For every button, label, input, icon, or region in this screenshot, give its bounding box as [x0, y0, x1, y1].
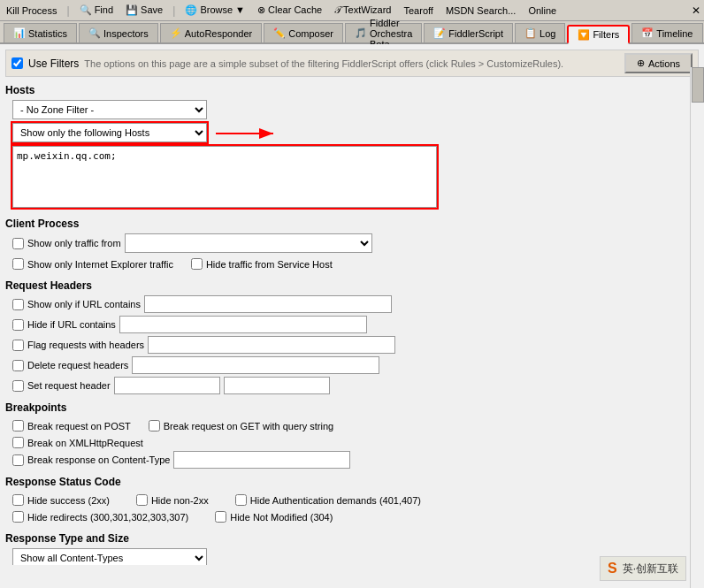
statistics-icon: 📊 — [13, 27, 26, 39]
menu-textwizard[interactable]: 𝒯 TextWizard — [332, 4, 394, 17]
brand-icon-s: S — [608, 561, 617, 565]
menu-msdn[interactable]: MSDN Search... — [443, 4, 518, 17]
hide-auth-checkbox[interactable] — [235, 494, 247, 506]
delete-headers-label: Delete request headers — [27, 360, 128, 370]
host-filter-dropdown[interactable]: Show only the following Hosts Hide the f… — [12, 123, 207, 142]
hide-non2xx-label: Hide non-2xx — [151, 495, 209, 506]
breakpoints-section: Break request on POST Break request on G… — [5, 417, 699, 469]
tab-filters[interactable]: 🔽 Filters — [567, 25, 630, 44]
hide-2xx-row: Hide success (2xx) — [12, 494, 110, 506]
hide-2xx-checkbox[interactable] — [12, 494, 24, 506]
set-header-checkbox[interactable] — [12, 380, 24, 392]
flag-headers-checkbox[interactable] — [12, 340, 24, 351]
tab-statistics[interactable]: 📊 Statistics — [4, 23, 77, 42]
scrollbar-track[interactable] — [690, 67, 704, 588]
response-type-section: Show all Content-Types Show only images … — [5, 548, 699, 565]
menu-online[interactable]: Online — [525, 4, 559, 17]
hide-non2xx-row: Hide non-2xx — [136, 494, 209, 506]
inspectors-icon: 🔍 — [88, 27, 101, 39]
menu-kill-process[interactable]: Kill Process — [4, 4, 59, 17]
hide-url-label: Hide if URL contains — [27, 319, 116, 330]
hide-url-checkbox[interactable] — [12, 319, 24, 331]
break-post-label: Break request on POST — [27, 421, 131, 431]
tab-inspectors[interactable]: 🔍 Inspectors — [79, 23, 158, 42]
break-get-checkbox[interactable] — [149, 420, 160, 431]
break-get-row: Break request on GET with query string — [149, 420, 333, 431]
tab-composer[interactable]: ✏️ Composer — [264, 23, 343, 42]
menu-tearoff[interactable]: Tearoff — [401, 4, 435, 17]
brand-watermark: S 英·创新互联 — [600, 556, 686, 565]
tab-bar: 📊 Statistics 🔍 Inspectors ⚡ AutoResponde… — [0, 21, 704, 44]
set-header-value-input[interactable] — [224, 377, 330, 394]
actions-button[interactable]: ⊕ Actions — [624, 53, 693, 73]
hide-3xx-label: Hide redirects (300,301,302,303,307) — [27, 512, 188, 523]
zone-filter-dropdown[interactable]: - No Zone Filter - Show only Intranet Ho… — [12, 100, 207, 119]
traffic-from-dropdown[interactable] — [125, 233, 372, 253]
tab-log[interactable]: 📋 Log — [515, 23, 565, 42]
url-contains-row: Show only if URL contains — [12, 295, 699, 313]
use-filters-description: The options on this page are a simple su… — [84, 58, 619, 69]
menu-save[interactable]: 💾 Save — [123, 4, 165, 17]
hide-url-input[interactable] — [119, 316, 367, 333]
scrollbar-thumb[interactable] — [692, 67, 704, 103]
content-type-dropdown[interactable]: Show all Content-Types Show only images … — [12, 548, 207, 565]
orchestra-icon: 🎵 — [355, 27, 367, 39]
hide-service-label: Hide traffic from Service Host — [206, 259, 333, 270]
actions-icon: ⊕ — [637, 57, 645, 69]
breakpoints-label: Breakpoints — [5, 401, 699, 414]
client-process-section: Show only traffic from Show only Interne… — [5, 233, 699, 272]
close-btn[interactable]: ✕ — [692, 4, 700, 17]
menu-browse[interactable]: 🌐 Browse ▼ — [182, 4, 248, 17]
use-filters-bar: Use Filters The options on this page are… — [5, 50, 699, 77]
break-content-type-input[interactable] — [173, 451, 350, 469]
hide-not-modified-label: Hide Not Modified (304) — [230, 512, 333, 523]
hide-service-checkbox[interactable] — [191, 258, 203, 270]
hide-2xx-label: Hide success (2xx) — [27, 495, 110, 506]
ie-traffic-checkbox[interactable] — [12, 258, 24, 270]
hosts-container: mp.weixin.qq.com; — [12, 146, 699, 210]
break-content-type-checkbox[interactable] — [12, 454, 24, 466]
hide-not-modified-row: Hide Not Modified (304) — [215, 511, 333, 523]
traffic-from-label: Show only traffic from — [27, 238, 121, 248]
break-post-checkbox[interactable] — [12, 420, 24, 431]
tab-orchestra[interactable]: 🎵 Fiddler Orchestra Beta — [345, 23, 422, 42]
flag-headers-input[interactable] — [148, 336, 395, 354]
content-type-row: Show all Content-Types Show only images … — [12, 548, 699, 565]
fiddlerscript-icon: 📝 — [433, 27, 446, 39]
traffic-from-checkbox[interactable] — [12, 238, 24, 249]
set-header-name-input[interactable] — [114, 377, 220, 394]
url-contains-label: Show only if URL contains — [27, 299, 141, 309]
filters-icon: 🔽 — [578, 29, 590, 41]
break-get-label: Break request on GET with query string — [164, 421, 333, 431]
hide-not-modified-checkbox[interactable] — [215, 511, 226, 523]
break-xml-label: Break on XMLHttpRequest — [27, 438, 143, 448]
break-xml-checkbox[interactable] — [12, 437, 24, 448]
menu-bar: Kill Process | 🔍 Find 💾 Save | 🌐 Browse … — [0, 0, 704, 21]
menu-clear-cache[interactable]: ⊗ Clear Cache — [255, 4, 325, 17]
request-headers-section: Show only if URL contains Hide if URL co… — [5, 295, 699, 394]
set-header-row: Set request header — [12, 377, 699, 394]
tab-fiddlerscript[interactable]: 📝 FiddlerScript — [424, 23, 513, 42]
response-type-label: Response Type and Size — [5, 532, 699, 545]
break-content-type-row: Break response on Content-Type — [12, 451, 699, 469]
delete-headers-input[interactable] — [132, 356, 379, 374]
tab-timeline[interactable]: 📅 Timeline — [631, 23, 702, 42]
hosts-input[interactable]: mp.weixin.qq.com; — [12, 146, 437, 208]
break-post-row: Break request on POST — [12, 420, 131, 431]
request-headers-label: Request Headers — [5, 279, 699, 292]
hide-non2xx-checkbox[interactable] — [136, 494, 148, 506]
hide-3xx-checkbox[interactable] — [12, 511, 24, 523]
autoresponder-icon: ⚡ — [170, 27, 182, 39]
menu-find[interactable]: 🔍 Find — [77, 4, 116, 17]
ie-traffic-row: Show only Internet Explorer traffic — [12, 258, 173, 270]
hosts-section: - No Zone Filter - Show only Intranet Ho… — [5, 100, 699, 210]
url-contains-checkbox[interactable] — [12, 299, 24, 310]
ie-traffic-label: Show only Internet Explorer traffic — [27, 259, 173, 270]
use-filters-checkbox[interactable] — [11, 57, 23, 69]
composer-icon: ✏️ — [273, 27, 286, 39]
delete-headers-checkbox[interactable] — [12, 360, 24, 371]
traffic-from-row: Show only traffic from — [12, 233, 699, 253]
url-contains-input[interactable] — [144, 295, 392, 313]
log-icon: 📋 — [524, 27, 537, 39]
tab-autoresponder[interactable]: ⚡ AutoResponder — [160, 23, 262, 42]
